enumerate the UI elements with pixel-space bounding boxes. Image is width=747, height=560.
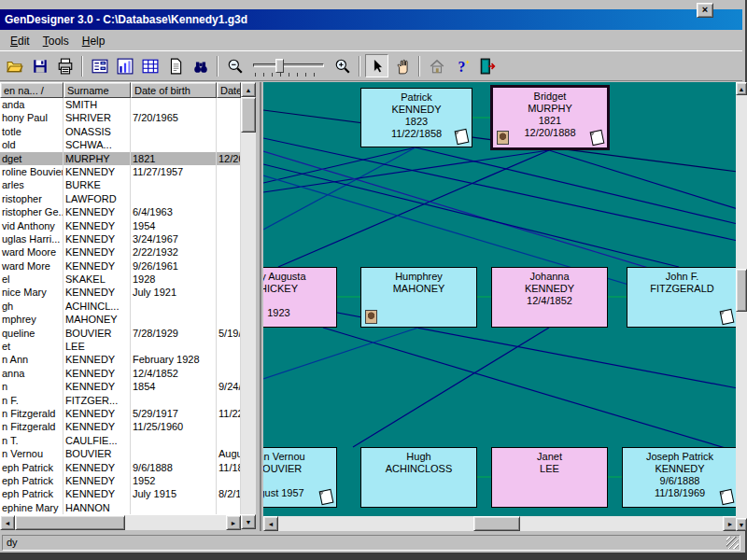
zoom-out-icon[interactable]	[223, 54, 247, 77]
table-row[interactable]: roline BouvierKENNEDY11/27/1957	[0, 165, 241, 178]
scroll-up-icon[interactable]: ▲	[241, 82, 256, 97]
table-vertical-scrollbar[interactable]: ▲ ▼	[241, 82, 256, 529]
zoom-slider-thumb[interactable]	[275, 59, 284, 73]
tree-node-john-f-fitzgerald[interactable]: John F.FITZGERALD	[627, 267, 738, 328]
table-cell: 1821	[131, 152, 217, 165]
table-row[interactable]: n FitzgeraldKENNEDY11/25/1960	[0, 420, 241, 433]
table-row[interactable]: annaKENNEDY12/4/1852	[0, 367, 241, 380]
tree-node-janet-lee[interactable]: JanetLEE	[491, 447, 608, 508]
table-row[interactable]: etLEE	[0, 340, 241, 353]
tree-vertical-scrollbar[interactable]: ▲ ▼	[736, 82, 747, 531]
table-cell: 3/24/1967	[131, 232, 217, 245]
table-cell	[131, 394, 217, 407]
menu-tools[interactable]: Tools	[36, 33, 76, 49]
table-cell: CAULFIE...	[63, 434, 131, 447]
column-header-2[interactable]: Date of birth	[131, 82, 217, 98]
scroll-down-icon[interactable]: ▼	[736, 518, 747, 531]
scroll-down-icon[interactable]: ▼	[241, 514, 256, 529]
table-row[interactable]: elSKAKEL1928	[0, 273, 241, 286]
table-row[interactable]: hony PaulSHRIVER7/20/1965	[0, 111, 241, 124]
statistics-chart-icon[interactable]	[113, 54, 136, 77]
table-horizontal-scrollbar[interactable]: ◄ ►	[0, 515, 241, 530]
print-icon[interactable]	[53, 54, 77, 77]
table-row[interactable]: uglas Harri...KENNEDY3/24/1967	[0, 232, 241, 245]
zoom-slider-track[interactable]	[253, 63, 324, 67]
zoom-slider[interactable]	[251, 54, 326, 78]
close-button[interactable]: ×	[697, 3, 713, 18]
scroll-left-icon[interactable]: ◄	[263, 516, 278, 531]
table-row[interactable]: eph PatrickKENNEDYJuly 19158/2/19	[0, 487, 241, 500]
table-row[interactable]: nKENNEDY18549/24/1	[0, 380, 241, 393]
table-cell	[217, 420, 241, 433]
scrollbar-thumb[interactable]	[15, 515, 125, 530]
table-row[interactable]: n AnnKENNEDYFebruary 1928	[0, 353, 241, 366]
table-row[interactable]: quelineBOUVIER7/28/19295/19/1	[0, 327, 241, 340]
table-row[interactable]: ristopher Ge...KENNEDY6/4/1963	[0, 205, 241, 218]
find-icon[interactable]	[189, 54, 212, 77]
table-row[interactable]: vid AnthonyKENNEDY1954	[0, 219, 241, 232]
save-icon[interactable]	[28, 54, 51, 77]
toolbar-separator	[217, 56, 218, 77]
menu-help[interactable]: Help	[76, 33, 112, 49]
scrollbar-thumb[interactable]	[241, 97, 256, 133]
table-cell: eph Patrick	[0, 461, 63, 474]
tree-node-hugh-achincloss[interactable]: HughACHINCLOSS	[360, 447, 477, 508]
tree-node-john-vernou-bouvier[interactable]: ohn VernouBOUVIERugust 1957	[263, 447, 337, 508]
family-tree-canvas[interactable]: PatrickKENNEDY182311/22/1858BridgetMURPH…	[263, 82, 738, 516]
table-row[interactable]: oldSCHWA...	[0, 138, 241, 151]
tree-node-johanna-kennedy[interactable]: JohannaKENNEDY12/4/1852	[491, 267, 608, 328]
column-header-1[interactable]: Surname	[63, 82, 131, 98]
table-row[interactable]: n F.FITZGER...	[0, 394, 241, 407]
table-row[interactable]: totleONASSIS	[0, 125, 241, 138]
tree-node-humphrey-mahoney[interactable]: HumphreyMAHONEY	[360, 267, 477, 328]
table-row[interactable]: andaSMITH	[0, 98, 241, 111]
table-cell: eph Patrick	[0, 487, 63, 500]
menu-edit[interactable]: Edit	[4, 33, 36, 49]
help-icon[interactable]: ?	[450, 54, 473, 77]
table-row[interactable]: n FitzgeraldKENNEDY5/29/191711/22/1	[0, 407, 241, 420]
table-row[interactable]: n T.CAULFIE...	[0, 434, 241, 447]
select-arrow-icon[interactable]	[365, 54, 388, 77]
table-row[interactable]: dgetMURPHY182112/20/1	[0, 152, 241, 165]
table-row[interactable]: mphreyMAHONEY	[0, 313, 241, 326]
table-cell: KENNEDY	[63, 259, 131, 273]
table-row[interactable]: eph PatrickKENNEDY1952	[0, 474, 241, 487]
tree-node-bridget-murphy[interactable]: BridgetMURPHY182112/20/1888	[490, 85, 610, 150]
pan-hand-icon[interactable]	[390, 54, 414, 77]
scroll-left-icon[interactable]: ◄	[0, 515, 15, 530]
table-row[interactable]: ward MoreKENNEDY9/26/1961	[0, 259, 241, 273]
table-row[interactable]: nice MaryKENNEDYJuly 1921	[0, 286, 241, 299]
column-header-0[interactable]: en na... /	[0, 82, 63, 98]
table-cell: KENNEDY	[63, 487, 131, 500]
resize-grip-icon[interactable]	[726, 537, 739, 549]
table-cell	[217, 111, 241, 124]
scrollbar-thumb[interactable]	[473, 516, 520, 531]
table-row[interactable]: ristopherLAWFORD	[0, 192, 241, 205]
table-row[interactable]: ward MooreKENNEDY2/22/1932	[0, 245, 241, 259]
column-header-3[interactable]: Date of	[217, 82, 241, 98]
table-row[interactable]: n VernouBOUVIERAugust	[0, 447, 241, 460]
scroll-right-icon[interactable]: ►	[226, 515, 241, 530]
table-view-icon[interactable]	[138, 54, 162, 77]
table-row[interactable]: ephine MaryHANNON	[0, 501, 241, 514]
table-cell: SCHWA...	[63, 138, 131, 151]
table-row[interactable]: eph PatrickKENNEDY9/6/188811/18/1	[0, 461, 241, 474]
open-folder-icon[interactable]	[3, 54, 26, 77]
tree-node-patrick-kennedy[interactable]: PatrickKENNEDY182311/22/1858	[360, 88, 472, 147]
tree-horizontal-scrollbar[interactable]: ◄ ►	[263, 516, 738, 531]
report-icon[interactable]	[163, 54, 187, 77]
home-icon[interactable]	[425, 54, 448, 77]
table-cell: gh	[0, 300, 63, 313]
scrollbar-thumb[interactable]	[736, 269, 747, 312]
tree-node-mary-augusta-hickey[interactable]: ary AugustaHICKEY1923	[263, 267, 337, 328]
scroll-up-icon[interactable]: ▲	[736, 82, 747, 95]
exit-icon[interactable]	[475, 54, 499, 77]
statusbar: dy	[0, 533, 742, 553]
node-text: Bridget	[493, 91, 607, 103]
zoom-in-icon[interactable]	[331, 54, 354, 77]
table-row[interactable]: ghACHINCL...	[0, 300, 241, 313]
table-cell	[131, 98, 217, 111]
table-row[interactable]: arlesBURKE	[0, 178, 241, 191]
tree-node-joseph-patrick-kennedy[interactable]: Joseph PatrickKENNEDY9/6/188811/18/1969	[622, 447, 738, 508]
pedigree-chart-icon[interactable]	[88, 54, 111, 77]
